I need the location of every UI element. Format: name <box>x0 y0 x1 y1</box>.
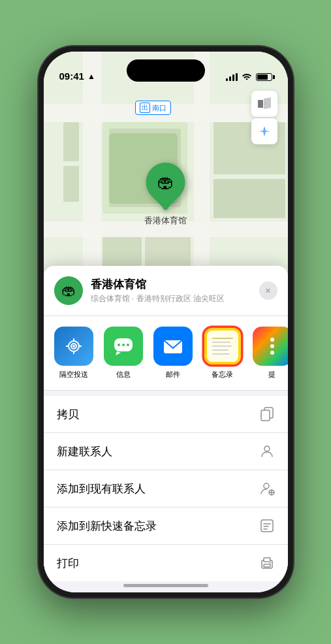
more-icon <box>253 327 288 366</box>
location-arrow-icon: ▲ <box>87 72 95 81</box>
location-card: 🏟 香港体育馆 综合体育馆 · 香港特别行政区 油尖旺区 × <box>44 266 288 316</box>
svg-rect-31 <box>261 410 270 421</box>
wifi-icon <box>242 72 252 82</box>
print-label: 打印 <box>57 556 79 571</box>
svg-rect-7 <box>63 122 79 161</box>
dynamic-island <box>127 59 205 82</box>
action-print[interactable]: 打印 <box>44 545 288 581</box>
action-add-existing[interactable]: 添加到现有联系人 <box>44 470 288 507</box>
action-add-notes[interactable]: 添加到新快速备忘录 <box>44 507 288 545</box>
svg-point-44 <box>270 562 271 564</box>
add-notes-label: 添加到新快速备忘录 <box>57 519 157 534</box>
svg-point-23 <box>72 345 75 347</box>
location-button[interactable] <box>251 118 277 144</box>
svg-point-28 <box>127 344 129 346</box>
add-notes-icon <box>259 518 275 534</box>
share-item-messages[interactable]: 信息 <box>104 327 143 379</box>
mail-icon <box>153 327 193 366</box>
svg-rect-8 <box>63 166 79 202</box>
mail-label: 邮件 <box>166 370 180 379</box>
map-controls[interactable] <box>251 91 277 144</box>
action-list: 拷贝 新建联系人 添加到现有联系人 <box>44 396 288 581</box>
svg-point-27 <box>122 344 125 346</box>
status-icons <box>226 72 272 82</box>
close-button[interactable]: × <box>259 282 277 300</box>
svg-rect-42 <box>264 558 270 562</box>
share-item-airdrop[interactable]: 隔空投送 <box>54 327 93 379</box>
messages-icon <box>104 327 143 366</box>
airdrop-label: 隔空投送 <box>59 370 88 379</box>
share-row: 隔空投送 信息 <box>44 316 288 391</box>
svg-rect-37 <box>261 520 273 532</box>
messages-label: 信息 <box>116 370 131 379</box>
svg-point-33 <box>264 483 269 489</box>
battery-icon <box>256 73 272 81</box>
phone-frame: 09:41 ▲ <box>39 46 293 598</box>
add-existing-icon <box>259 481 275 496</box>
svg-marker-25 <box>116 351 121 355</box>
svg-marker-15 <box>264 97 271 109</box>
notes-icon <box>203 327 242 366</box>
copy-icon <box>259 406 275 422</box>
airdrop-icon <box>54 327 93 366</box>
bottom-sheet: 🏟 香港体育馆 综合体育馆 · 香港特别行政区 油尖旺区 × <box>44 266 288 592</box>
pin-emoji: 🏟 <box>157 172 174 193</box>
signal-icon <box>226 73 238 81</box>
new-contact-icon <box>259 443 275 459</box>
share-item-more[interactable]: 提 <box>253 327 288 379</box>
add-existing-label: 添加到现有联系人 <box>57 481 146 496</box>
home-indicator <box>123 584 208 587</box>
svg-point-32 <box>264 446 270 451</box>
copy-label: 拷贝 <box>57 407 79 422</box>
map-label: 出 南口 <box>135 101 171 115</box>
svg-rect-43 <box>264 564 270 567</box>
status-time: 09:41 ▲ <box>59 71 95 82</box>
share-item-mail[interactable]: 邮件 <box>153 327 193 379</box>
location-pin: 🏟 香港体育馆 <box>144 163 187 227</box>
location-info: 香港体育馆 综合体育馆 · 香港特别行政区 油尖旺区 <box>91 277 251 304</box>
location-subtitle: 综合体育馆 · 香港特别行政区 油尖旺区 <box>91 293 251 304</box>
svg-point-26 <box>118 344 120 346</box>
share-item-notes[interactable]: 备忘录 <box>203 327 242 379</box>
location-card-icon: 🏟 <box>54 276 83 305</box>
more-label: 提 <box>268 370 276 379</box>
action-copy[interactable]: 拷贝 <box>44 396 288 433</box>
phone-screen: 09:41 ▲ <box>44 52 288 592</box>
new-contact-label: 新建联系人 <box>57 444 112 459</box>
map-type-button[interactable] <box>251 91 277 117</box>
action-new-contact[interactable]: 新建联系人 <box>44 433 288 470</box>
svg-rect-16 <box>258 100 263 108</box>
map-label-text: 南口 <box>152 103 166 113</box>
pin-label: 香港体育馆 <box>144 215 187 227</box>
location-name: 香港体育馆 <box>91 277 251 292</box>
svg-rect-10 <box>213 179 285 218</box>
print-icon <box>259 555 275 571</box>
notes-label: 备忘录 <box>212 370 233 379</box>
time-display: 09:41 <box>59 71 84 82</box>
